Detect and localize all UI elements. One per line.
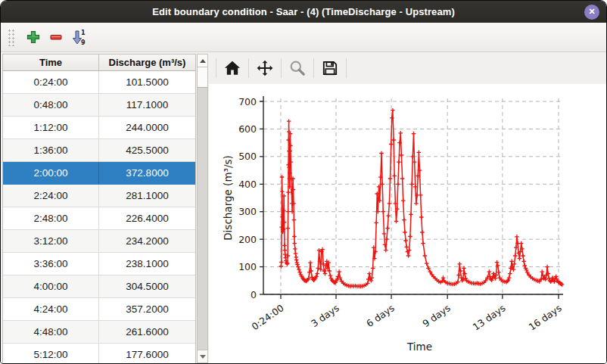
time-cell[interactable]: 2:00:00 — [3, 162, 99, 184]
plot-toolbar — [209, 52, 606, 84]
save-figure-button[interactable] — [318, 56, 342, 80]
window-title: Edit boundary condition - Saar - (4) (Ti… — [152, 6, 455, 17]
svg-text:3 days: 3 days — [309, 302, 341, 329]
toolbar-separator — [346, 58, 347, 78]
table-body: 0:24:00101.50000:48:00117.10001:12:00244… — [3, 71, 195, 363]
add-row-button[interactable] — [22, 26, 45, 48]
discharge-cell[interactable]: 357.2000 — [99, 298, 195, 320]
svg-text:400: 400 — [238, 179, 257, 190]
svg-text:0: 0 — [251, 289, 257, 300]
svg-text:Time: Time — [406, 341, 432, 353]
table-row[interactable]: 2:24:00281.1000 — [3, 185, 195, 207]
toolbar-separator — [248, 58, 249, 78]
home-icon — [223, 59, 241, 77]
table-row[interactable]: 0:24:00101.5000 — [3, 71, 195, 94]
scroll-down-button[interactable] — [198, 350, 207, 362]
svg-text:500: 500 — [238, 151, 257, 162]
table-row[interactable]: 1:12:00244.0000 — [3, 117, 195, 139]
time-cell[interactable]: 1:12:00 — [3, 117, 99, 138]
scrollbar-thumb[interactable] — [198, 67, 207, 88]
discharge-cell[interactable]: 425.5000 — [99, 139, 195, 161]
timeseries-table: Time Discharge (m³/s) 0:24:00101.50000:4… — [2, 54, 196, 363]
time-cell[interactable]: 0:48:00 — [3, 94, 99, 116]
svg-text:0:24:00: 0:24:00 — [250, 302, 286, 332]
svg-text:16 days: 16 days — [527, 302, 564, 333]
save-floppy-icon — [321, 59, 339, 77]
discharge-cell[interactable]: 244.0000 — [99, 117, 195, 138]
table-row[interactable]: 5:12:00177.6000 — [3, 344, 195, 363]
svg-text:13 days: 13 days — [471, 302, 508, 333]
arrow-up-icon — [200, 59, 206, 63]
close-icon: ✕ — [588, 7, 595, 17]
toolbar-grip-handle[interactable] — [7, 28, 14, 46]
zoom-rect-button[interactable] — [285, 56, 310, 80]
time-cell[interactable]: 1:36:00 — [3, 139, 99, 161]
svg-text:1: 1 — [81, 30, 86, 36]
discharge-cell[interactable]: 261.6000 — [99, 321, 195, 343]
discharge-cell[interactable]: 234.2000 — [99, 230, 195, 252]
svg-text:100: 100 — [238, 261, 257, 272]
table-row[interactable]: 4:00:00304.5000 — [3, 275, 195, 298]
svg-text:700: 700 — [238, 96, 257, 107]
chart-panel: 01002003004005006007000:24:003 days6 day… — [209, 52, 606, 363]
table-row[interactable]: 0:48:00117.1000 — [3, 94, 195, 117]
svg-text:300: 300 — [238, 206, 257, 217]
edit-boundary-condition-dialog: Edit boundary condition - Saar - (4) (Ti… — [0, 0, 607, 364]
column-header-discharge[interactable]: Discharge (m³/s) — [99, 54, 195, 70]
table-header: Time Discharge (m³/s) — [3, 54, 195, 71]
pan-move-icon — [256, 59, 274, 77]
dialog-content: Time Discharge (m³/s) 0:24:00101.50000:4… — [1, 52, 606, 363]
sort-ascending-button[interactable]: 1 9 — [67, 26, 90, 48]
discharge-cell[interactable]: 372.8000 — [99, 162, 195, 184]
toolbar-separator — [216, 58, 216, 78]
sort-1-9-arrow-icon: 1 9 — [70, 29, 87, 45]
toolbar-separator — [281, 58, 282, 78]
svg-text:200: 200 — [238, 234, 257, 245]
discharge-cell[interactable]: 117.1000 — [99, 94, 195, 116]
discharge-cell[interactable]: 281.1000 — [99, 185, 195, 207]
time-cell[interactable]: 5:12:00 — [3, 344, 99, 363]
toolbar-separator — [313, 58, 314, 78]
time-cell[interactable]: 4:48:00 — [3, 321, 99, 343]
table-row[interactable]: 3:36:00238.1000 — [3, 253, 195, 275]
table-row[interactable]: 3:12:00234.2000 — [3, 230, 195, 253]
main-toolbar: 1 9 — [1, 23, 606, 52]
time-cell[interactable]: 4:00:00 — [3, 275, 99, 297]
table-vertical-scrollbar[interactable] — [197, 54, 208, 363]
magnifier-zoom-icon — [288, 59, 307, 77]
column-header-time[interactable]: Time — [3, 54, 99, 70]
svg-text:6 days: 6 days — [364, 302, 397, 329]
arrow-down-icon — [200, 355, 206, 359]
discharge-cell[interactable]: 177.6000 — [99, 344, 195, 363]
close-button[interactable]: ✕ — [584, 5, 599, 20]
time-cell[interactable]: 4:24:00 — [3, 298, 99, 320]
titlebar[interactable]: Edit boundary condition - Saar - (4) (Ti… — [1, 1, 606, 23]
svg-text:9: 9 — [81, 39, 86, 45]
discharge-cell[interactable]: 238.1000 — [99, 253, 195, 275]
red-minus-icon — [48, 30, 64, 45]
table-row[interactable]: 4:24:00357.2000 — [3, 298, 195, 321]
scroll-up-button[interactable] — [198, 54, 207, 67]
time-cell[interactable]: 2:48:00 — [3, 207, 99, 229]
chart-svg[interactable]: 01002003004005006007000:24:003 days6 day… — [209, 84, 607, 362]
table-row[interactable]: 4:48:00261.6000 — [3, 321, 195, 344]
remove-row-button[interactable] — [45, 26, 67, 48]
table-row[interactable]: 2:00:00372.8000 — [3, 162, 195, 185]
green-plus-icon — [26, 30, 41, 45]
table-row[interactable]: 1:36:00425.5000 — [3, 139, 195, 162]
svg-text:9 days: 9 days — [420, 302, 453, 329]
home-view-button[interactable] — [220, 56, 244, 80]
discharge-cell[interactable]: 101.5000 — [99, 71, 195, 93]
discharge-cell[interactable]: 304.5000 — [99, 275, 195, 297]
discharge-cell[interactable]: 226.4000 — [99, 207, 195, 229]
pan-button[interactable] — [253, 56, 277, 80]
table-row[interactable]: 2:48:00226.4000 — [3, 207, 195, 230]
svg-text:600: 600 — [238, 123, 257, 135]
time-cell[interactable]: 3:36:00 — [3, 253, 99, 275]
time-cell[interactable]: 3:12:00 — [3, 230, 99, 252]
time-cell[interactable]: 2:24:00 — [3, 185, 99, 207]
time-cell[interactable]: 0:24:00 — [3, 71, 99, 93]
svg-text:Discharge (m³/s): Discharge (m³/s) — [222, 155, 234, 241]
